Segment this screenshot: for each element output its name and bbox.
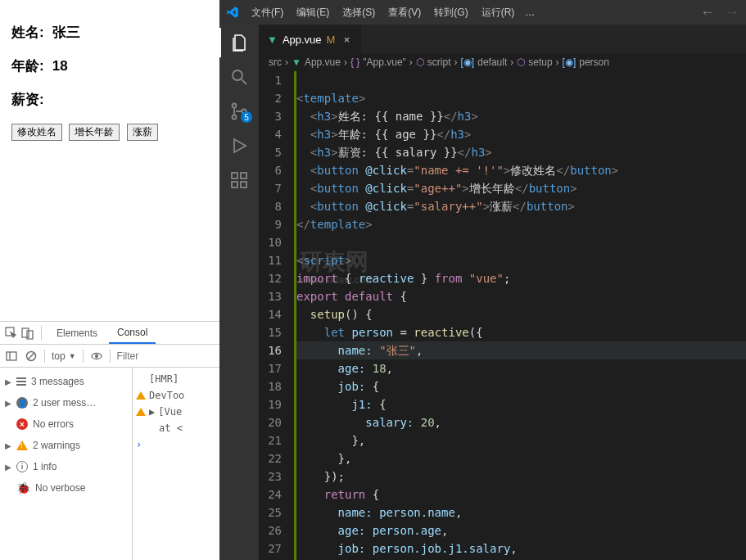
console-prompt[interactable]: › (136, 436, 216, 453)
salary-heading: 薪资: (11, 90, 208, 109)
devtools-panel: Elements Consol top ▼ ▶3 messages ▶👤2 us… (0, 321, 219, 560)
no-errors-row[interactable]: ×No errors (0, 413, 132, 435)
bug-icon: 🐞 (16, 481, 30, 495)
extensions-icon[interactable] (229, 170, 249, 190)
line-gutter: 1234567891011121314151617181920212223242… (259, 71, 292, 560)
verbose-row[interactable]: 🐞No verbose (0, 477, 132, 499)
breadcrumb[interactable]: src› ▼App.vue› { }"App.vue"› ⬡script› [◉… (259, 53, 746, 71)
name-heading: 姓名:张三 (11, 23, 208, 42)
increment-age-button[interactable]: 增长年龄 (69, 124, 120, 141)
warnings-row[interactable]: ▶2 warnings (0, 435, 132, 456)
source-control-icon[interactable]: 5 (229, 102, 249, 121)
svg-rect-15 (232, 173, 237, 178)
svg-rect-16 (232, 182, 237, 187)
rendered-page: 姓名:张三 年龄:18 薪资: 修改姓名 增长年龄 涨薪 (0, 0, 219, 149)
msg-count-row[interactable]: ▶3 messages (0, 371, 132, 392)
menu-goto[interactable]: 转到(G) (428, 2, 473, 23)
scm-badge: 5 (241, 111, 252, 123)
svg-rect-3 (7, 352, 16, 360)
sidebar-toggle-icon[interactable] (5, 350, 18, 363)
list-icon (16, 377, 26, 386)
code-content[interactable]: <template> <h3>姓名: {{ name }}</h3> <h3>年… (296, 71, 746, 560)
clear-console-icon[interactable] (25, 350, 38, 363)
console-log-line: DevToo (136, 387, 216, 404)
close-tab-icon[interactable]: × (340, 33, 353, 46)
device-icon[interactable] (21, 327, 34, 340)
warning-icon (16, 440, 28, 450)
search-icon[interactable] (229, 67, 249, 87)
menu-view[interactable]: 查看(V) (382, 2, 427, 23)
user-msg-row[interactable]: ▶👤2 user mess… (0, 392, 132, 413)
svg-point-8 (95, 355, 97, 357)
svg-rect-1 (22, 328, 29, 337)
svg-line-10 (242, 79, 246, 84)
menu-file[interactable]: 文件(F) (246, 2, 289, 23)
svg-line-6 (28, 353, 34, 359)
svg-point-9 (233, 70, 242, 80)
file-tab-app-vue[interactable]: ▼ App.vue M × (259, 25, 361, 53)
nav-forward-icon[interactable]: → (725, 4, 739, 21)
explorer-icon[interactable] (229, 33, 249, 52)
vscode-logo-icon (226, 6, 239, 19)
info-row[interactable]: ▶i1 info (0, 456, 132, 477)
svg-rect-17 (241, 182, 246, 187)
error-icon: × (16, 418, 28, 430)
warning-icon (136, 391, 146, 400)
menu-select[interactable]: 选择(S) (337, 2, 381, 23)
console-log-line: at < (136, 420, 216, 436)
inspect-icon[interactable] (5, 327, 18, 340)
tab-elements[interactable]: Elements (48, 322, 106, 344)
modify-name-button[interactable]: 修改姓名 (11, 124, 62, 141)
execution-context-select[interactable]: top ▼ (52, 350, 76, 362)
menu-run[interactable]: 运行(R) (476, 2, 521, 23)
filter-input[interactable] (117, 350, 166, 362)
user-icon: 👤 (16, 397, 28, 409)
menu-overflow[interactable]: … (525, 7, 535, 18)
vue-file-icon: ▼ (267, 34, 278, 46)
tab-console[interactable]: Consol (109, 322, 156, 344)
nav-back-icon[interactable]: ← (700, 4, 715, 21)
svg-rect-18 (241, 173, 246, 178)
svg-point-12 (233, 115, 237, 120)
vscode-window: 文件(F) 编辑(E) 选择(S) 查看(V) 转到(G) 运行(R) … ← … (219, 0, 746, 560)
svg-marker-14 (234, 139, 246, 152)
menu-edit[interactable]: 编辑(E) (291, 2, 335, 23)
code-editor[interactable]: 研表网www.sklaw.com 12345678910111213141516… (259, 71, 746, 560)
console-log-line[interactable]: ▶ [Vue (136, 404, 216, 420)
raise-salary-button[interactable]: 涨薪 (127, 124, 158, 141)
info-icon: i (16, 461, 28, 472)
warning-icon (136, 408, 146, 416)
console-log-line: [HMR] (136, 371, 216, 387)
svg-point-11 (233, 104, 237, 108)
age-heading: 年龄:18 (11, 56, 208, 75)
eye-icon[interactable] (90, 350, 103, 363)
run-debug-icon[interactable] (229, 136, 249, 156)
